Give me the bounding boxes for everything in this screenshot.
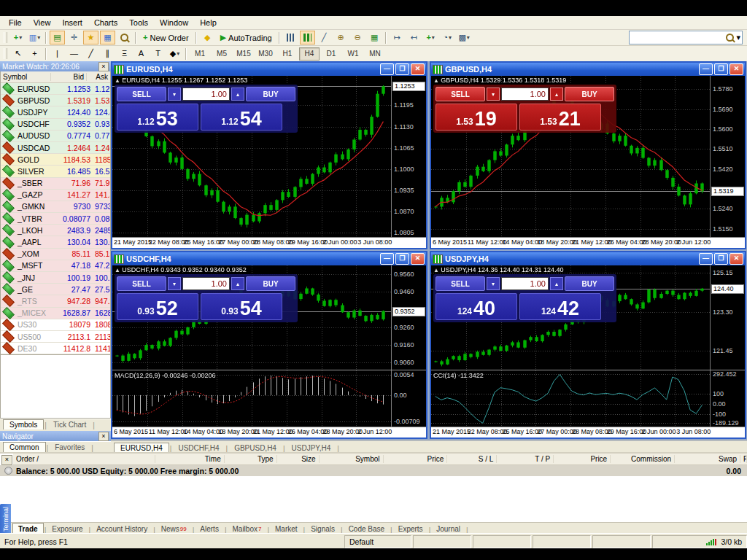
terminal-column-profit[interactable]: Profit <box>740 455 747 463</box>
chart-window-titlebar[interactable]: USDJPY,H4 — ❐ ✕ <box>431 252 745 265</box>
price-scale[interactable]: 0.95600.94600.92600.91600.90600.93520.00… <box>391 265 426 427</box>
minimize-icon[interactable]: — <box>380 63 394 75</box>
minimize-icon[interactable]: — <box>699 253 713 265</box>
buy-button[interactable]: BUY <box>565 87 614 101</box>
market-watch-row[interactable]: _LKOH2483.92485.5 <box>1 225 110 236</box>
price-scale[interactable]: 1.57801.56901.56001.55101.54201.53301.52… <box>710 76 745 238</box>
channel-tool[interactable]: ∥ <box>100 47 115 61</box>
profiles-button[interactable]: ▥▾ <box>27 31 42 44</box>
terminal-close-icon[interactable]: × <box>1 455 12 465</box>
chart-shift-button[interactable]: ↤ <box>406 31 422 44</box>
close-icon[interactable]: ✕ <box>729 253 743 265</box>
timeframe-h1[interactable]: H1 <box>277 47 298 61</box>
chart-body[interactable]: ▲ USDCHF,H4 0.9343 0.9352 0.9340 0.9352 … <box>112 265 426 438</box>
chart-body[interactable]: ▲ EURUSD,H4 1.1255 1.1267 1.1252 1.1253 … <box>112 76 426 248</box>
menu-window[interactable]: Window <box>154 18 194 28</box>
buy-button[interactable]: BUY <box>246 87 295 101</box>
timeframe-w1[interactable]: W1 <box>343 47 363 61</box>
terminal-column-type[interactable]: Type <box>225 455 277 463</box>
chart-window-titlebar[interactable]: GBPUSD,H4 — ❐ ✕ <box>431 63 745 76</box>
menu-file[interactable]: File <box>3 18 28 28</box>
timeframe-m1[interactable]: M1 <box>190 47 210 61</box>
market-watch-row[interactable]: _XOM85.1185.15 <box>1 249 110 260</box>
menu-help[interactable]: Help <box>194 18 222 28</box>
terminal-side-tab[interactable]: Terminal <box>0 504 11 534</box>
sell-button[interactable]: SELL <box>117 87 166 101</box>
market-watch-row[interactable]: _GMKN97309733 <box>1 201 110 213</box>
chart-tab-eurusd[interactable]: EURUSD,H4 <box>114 443 169 453</box>
market-watch-row[interactable]: US5002113.12113.5 <box>1 331 110 343</box>
search-input[interactable] <box>631 33 724 43</box>
close-icon[interactable]: ✕ <box>729 63 743 75</box>
tab-common[interactable]: Common <box>3 442 46 452</box>
buy-price[interactable]: 12442 <box>519 293 601 320</box>
volume-dropdown-icon[interactable]: ▾ <box>168 277 181 290</box>
market-watch-row[interactable]: _VTBR0.080770.08084 <box>1 213 110 225</box>
minimize-icon[interactable]: — <box>380 253 394 265</box>
line-chart-mode-button[interactable]: ╱ <box>317 31 332 44</box>
market-watch-row[interactable]: _JNJ100.19100.23 <box>1 272 110 284</box>
market-watch-row[interactable]: EURUSD1.12531.1254 <box>1 83 110 95</box>
navigator-close-icon[interactable]: × <box>98 432 109 441</box>
terminal-column-sl[interactable]: S / L <box>447 455 497 463</box>
timeframe-m5[interactable]: M5 <box>212 47 232 61</box>
crosshair-tool[interactable]: + <box>27 47 42 61</box>
fibonacci-tool[interactable]: Ξ <box>117 47 132 61</box>
buy-price[interactable]: 1.1254 <box>201 104 282 131</box>
new-order-button[interactable]: +New Order <box>139 31 193 44</box>
market-watch-row[interactable]: _SBER71.9671.99 <box>1 178 110 190</box>
templates-button[interactable]: ▩▾ <box>457 31 472 44</box>
search-icon[interactable] <box>726 34 734 42</box>
timeframe-m30[interactable]: M30 <box>255 47 276 61</box>
search-dropdown-icon[interactable]: ▾ <box>736 33 740 42</box>
close-icon[interactable]: ✕ <box>411 63 425 75</box>
market-watch-toggle[interactable]: ▤ <box>50 31 65 44</box>
market-watch-row[interactable]: USDCAD1.24641.2467 <box>1 142 110 154</box>
chart-window-gbpusd[interactable]: GBPUSD,H4 — ❐ ✕ ▲ GBPUSD,H4 1.5329 1.533… <box>430 61 746 249</box>
buy-price[interactable]: 0.9354 <box>201 293 282 320</box>
tab-tick-chart[interactable]: Tick Chart <box>47 420 92 429</box>
zoom-out-button[interactable]: ⊖ <box>350 31 365 44</box>
volume-step-up-icon[interactable]: ▴ <box>550 277 563 290</box>
close-icon[interactable]: ✕ <box>411 253 425 265</box>
toolbar-grip[interactable] <box>4 32 7 43</box>
chart-window-usdjpy[interactable]: USDJPY,H4 — ❐ ✕ ▲ USDJPY,H4 124.36 124.4… <box>430 251 746 439</box>
market-watch-row[interactable]: _MICEX1628.871628.87 <box>1 308 110 319</box>
navigator-toggle[interactable]: ★ <box>83 31 98 44</box>
volume-step-up-icon[interactable]: ▴ <box>231 88 244 101</box>
horizontal-line-tool[interactable]: — <box>66 47 82 61</box>
menu-tools[interactable]: Tools <box>123 18 154 28</box>
chart-window-eurusd[interactable]: EURUSD,H4 — ❐ ✕ ▲ EURUSD,H4 1.1255 1.126… <box>111 61 427 249</box>
chart-window-titlebar[interactable]: USDCHF,H4 — ❐ ✕ <box>112 252 426 265</box>
volume-step-up-icon[interactable]: ▴ <box>231 277 244 290</box>
buy-button[interactable]: BUY <box>246 276 295 291</box>
status-profile[interactable]: Default <box>344 535 411 548</box>
cursor-tool[interactable]: ↖ <box>10 47 26 61</box>
date-axis[interactable]: 21 May 201522 May 08:0025 May 16:0027 Ma… <box>431 427 745 438</box>
indicators-button[interactable]: +▾ <box>423 31 438 44</box>
terminal-column-swap[interactable]: Swap <box>675 455 740 463</box>
market-watch-row[interactable]: SILVER16.48516.535 <box>1 166 110 177</box>
sell-button[interactable]: SELL <box>117 276 166 291</box>
volume-input[interactable]: 1.00 <box>182 88 230 101</box>
volume-input[interactable]: 1.00 <box>501 88 549 101</box>
minimize-icon[interactable]: — <box>699 63 713 75</box>
text-tool[interactable]: A <box>133 47 149 61</box>
terminal-column-symbol[interactable]: Symbol <box>320 455 384 463</box>
market-watch-row[interactable]: _RTS947.28947.28 <box>1 295 110 307</box>
market-watch-row[interactable]: _GE27.4727.50 <box>1 284 110 295</box>
sell-price[interactable]: 0.9352 <box>117 293 198 320</box>
buy-button[interactable]: BUY <box>565 276 614 291</box>
terminal-column-order[interactable]: Order / <box>13 455 155 463</box>
market-watch-close-icon[interactable]: × <box>98 62 109 71</box>
auto-scroll-button[interactable]: ↦ <box>390 31 405 44</box>
market-watch-row[interactable]: DE3011412.811413.8 <box>1 343 110 354</box>
date-axis[interactable]: 21 May 201522 May 08:0025 May 16:0027 Ma… <box>112 237 426 248</box>
buy-price[interactable]: 1.5321 <box>519 104 601 131</box>
maximize-icon[interactable]: ❐ <box>714 63 728 75</box>
periods-button[interactable]: ◔▾ <box>440 31 455 44</box>
sell-price[interactable]: 12440 <box>436 293 517 320</box>
volume-dropdown-icon[interactable]: ▾ <box>487 88 500 101</box>
market-watch-row[interactable]: _MSFT47.1847.21 <box>1 260 110 272</box>
sell-price[interactable]: 1.5319 <box>436 104 517 131</box>
